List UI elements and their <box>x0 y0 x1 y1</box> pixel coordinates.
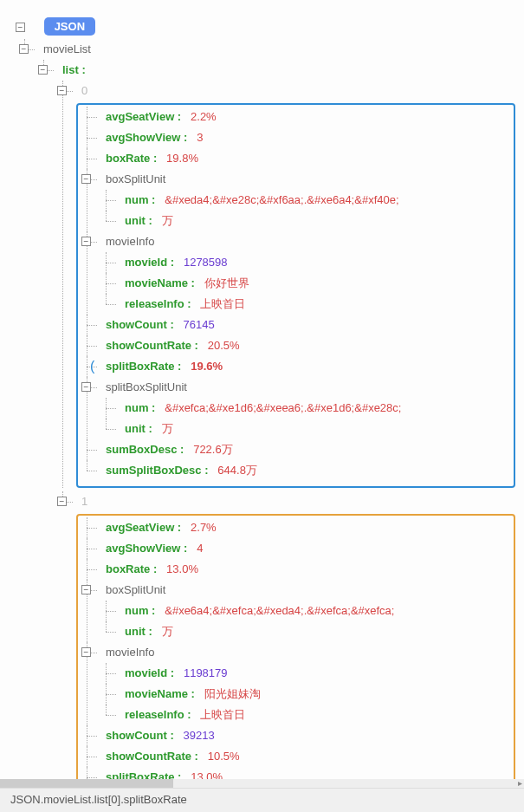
json-key: showCount : <box>106 729 174 742</box>
toggle-list[interactable] <box>38 65 48 75</box>
toggle-index[interactable] <box>57 86 67 95</box>
toggle-group[interactable] <box>81 237 91 246</box>
kv-content: avgShowView : 4 <box>97 542 203 555</box>
kv-content: unit : 万 <box>116 625 173 638</box>
group-node: movieInfomovieId : 1198179movieName : 阳光… <box>78 642 514 725</box>
json-value: &#xeda4;&#xe28c;&#xf6aa;.&#xe6a4;&#xf40e… <box>165 193 398 206</box>
toggle-group[interactable] <box>81 382 91 392</box>
json-value: 上映首日 <box>200 708 245 721</box>
kv-row: releaseInfo : 上映首日 <box>97 294 514 315</box>
kv-row: splitBoxRate : 13.0% <box>78 767 514 780</box>
kv-content: boxRate : 19.8% <box>97 152 198 165</box>
json-key: sumSplitBoxDesc : <box>106 464 208 477</box>
kv-row: num : &#xe6a4;&#xefca;&#xeda4;.&#xefca;&… <box>97 601 514 621</box>
json-key: boxRate : <box>106 562 157 575</box>
json-key: num : <box>125 401 155 414</box>
kv-row: movieName : 你好世界 <box>97 273 514 294</box>
kv-content: splitBoxRate : 19.6% <box>97 360 223 373</box>
array-index-node: 1avgSeatView : 2.7%avgShowView : 4boxRat… <box>54 491 515 780</box>
kv-content: releaseInfo : 上映首日 <box>116 297 245 310</box>
json-path: JSON.movieList.list[0].splitBoxRate <box>10 793 187 806</box>
horizontal-scrollbar[interactable]: ▸ <box>0 779 524 788</box>
json-value: 1198179 <box>184 666 228 679</box>
group-node: splitBoxSplitUnitnum : &#xefca;&#xe1d6;&… <box>78 377 514 439</box>
json-value: 1278598 <box>184 256 228 269</box>
kv-row: avgShowView : 4 <box>78 538 514 559</box>
kv-row: showCount : 39213 <box>78 725 514 746</box>
json-value: 万 <box>162 422 173 435</box>
kv-content: movieId : 1198179 <box>116 666 228 679</box>
node-list: list : 0avgSeatView : 2.2%avgShowView : … <box>35 60 515 780</box>
json-key: boxRate : <box>106 152 157 165</box>
group-node: boxSplitUnitnum : &#xeda4;&#xe28c;&#xf6a… <box>78 169 514 231</box>
node-movieList: movieList list : 0avgSeatView : 2.2%avgS… <box>16 39 515 780</box>
kv-row: (splitBoxRate : 19.6% <box>78 356 514 377</box>
toggle-group[interactable] <box>81 647 91 657</box>
json-value: 2.2% <box>191 110 217 123</box>
json-value: 722.6万 <box>193 443 233 456</box>
secondary-node-box: avgSeatView : 2.7%avgShowView : 4boxRate… <box>76 514 515 780</box>
json-value: &#xe6a4;&#xefca;&#xeda4;.&#xefca;&#xefca… <box>165 604 394 617</box>
kv-row: unit : 万 <box>97 621 514 642</box>
group-label: movieInfo <box>97 235 154 248</box>
group-label: movieInfo <box>97 646 154 659</box>
kv-row: boxRate : 19.8% <box>78 148 514 169</box>
scrollbar-thumb[interactable] <box>0 779 173 788</box>
json-key: unit : <box>125 214 152 227</box>
json-key: num : <box>125 604 155 617</box>
kv-row: showCount : 76145 <box>78 315 514 335</box>
json-value: 3 <box>197 131 203 144</box>
kv-row: num : &#xefca;&#xe1d6;&#xeea6;.&#xe1d6;&… <box>97 398 514 419</box>
toggle-group[interactable] <box>81 174 91 184</box>
json-key: releaseInfo : <box>125 708 191 721</box>
kv-content: unit : 万 <box>116 214 173 227</box>
json-key: sumBoxDesc : <box>106 443 184 456</box>
json-value: 4 <box>197 542 203 555</box>
kv-row: unit : 万 <box>97 211 514 231</box>
json-value: 你好世界 <box>204 276 249 289</box>
json-value: 上映首日 <box>200 297 245 310</box>
toggle-index[interactable] <box>57 497 67 506</box>
json-value: 10.5% <box>208 750 240 763</box>
json-key: num : <box>125 193 155 206</box>
bracket-icon: ( <box>90 356 94 377</box>
toggle-root[interactable] <box>16 23 25 32</box>
json-value: &#xefca;&#xe1d6;&#xeea6;.&#xe1d6;&#xe28c… <box>165 401 401 414</box>
scroll-right-arrow[interactable]: ▸ <box>518 778 522 788</box>
kv-content: showCount : 76145 <box>97 318 215 331</box>
kv-row: unit : 万 <box>97 419 514 439</box>
json-value: 20.5% <box>208 339 240 352</box>
json-value: 阳光姐妹淘 <box>204 687 261 700</box>
kv-content: avgSeatView : 2.2% <box>97 110 217 123</box>
json-key: movieName : <box>125 687 195 700</box>
json-value: 万 <box>162 625 173 638</box>
kv-row: boxRate : 13.0% <box>78 559 514 580</box>
kv-content: unit : 万 <box>116 422 173 435</box>
kv-content: showCountRate : 10.5% <box>97 750 240 763</box>
json-key: avgSeatView : <box>106 110 181 123</box>
json-key: movieId : <box>125 256 174 269</box>
kv-content: movieName : 阳光姐妹淘 <box>116 687 261 700</box>
json-value: 19.8% <box>166 152 198 165</box>
kv-content: sumBoxDesc : 722.6万 <box>97 443 233 456</box>
kv-content: sumSplitBoxDesc : 644.8万 <box>97 464 257 477</box>
kv-row: sumSplitBoxDesc : 644.8万 <box>78 460 514 481</box>
json-key: showCountRate : <box>106 339 198 352</box>
json-key: releaseInfo : <box>125 297 191 310</box>
json-badge: JSON <box>44 17 95 36</box>
status-bar: JSON.movieList.list[0].splitBoxRate <box>0 788 524 812</box>
toggle-group[interactable] <box>81 585 91 594</box>
kv-content: showCount : 39213 <box>97 729 215 742</box>
kv-content: num : &#xe6a4;&#xefca;&#xeda4;.&#xefca;&… <box>116 604 394 617</box>
json-value: 76145 <box>184 318 215 331</box>
toggle-movieList[interactable] <box>19 44 29 54</box>
array-index: 0 <box>73 84 87 97</box>
json-key: showCount : <box>106 318 174 331</box>
json-value: 39213 <box>184 729 215 742</box>
kv-content: num : &#xeda4;&#xe28c;&#xf6aa;.&#xe6a4;&… <box>116 193 399 206</box>
label-movieList: movieList <box>35 42 91 55</box>
array-index-node: 0avgSeatView : 2.2%avgShowView : 3boxRat… <box>54 81 515 488</box>
json-value: 19.6% <box>191 360 223 373</box>
kv-content: num : &#xefca;&#xe1d6;&#xeea6;.&#xe1d6;&… <box>116 401 401 414</box>
kv-row: releaseInfo : 上映首日 <box>97 705 514 725</box>
